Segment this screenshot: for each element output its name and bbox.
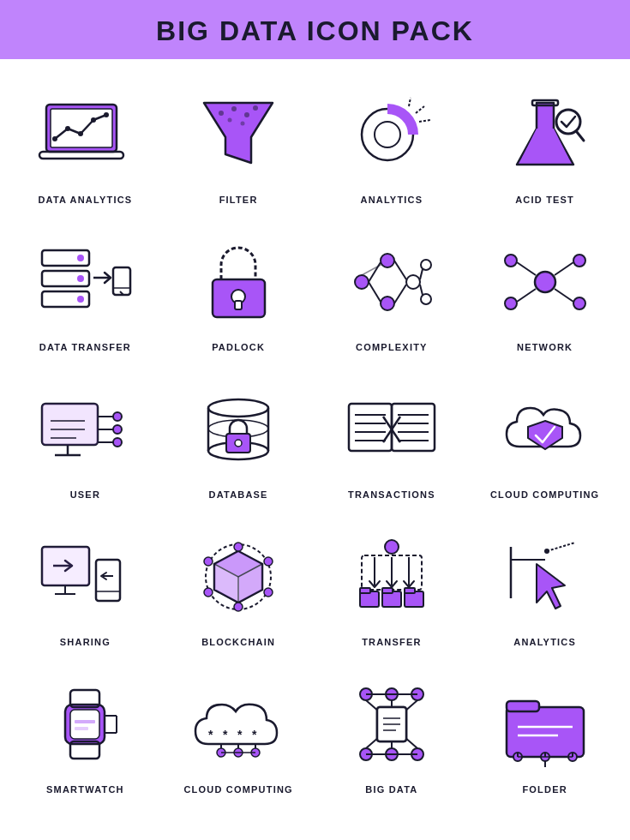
svg-line-24 [577,132,584,141]
svg-point-52 [505,255,517,267]
label-transfer: TRANSFER [362,637,422,647]
svg-point-54 [573,255,585,267]
icon-complexity: COMPLEXITY [315,215,469,363]
icon-transfer: TRANSFER [315,510,469,657]
svg-rect-135 [75,720,95,723]
svg-rect-32 [113,267,130,295]
icon-data-transfer: DATA TRANSFER [9,215,162,363]
svg-line-126 [547,543,575,551]
icon-database: DATABASE [162,363,315,510]
svg-point-38 [355,275,369,289]
svg-point-13 [228,118,232,123]
svg-rect-1 [51,109,112,147]
svg-rect-97 [96,560,120,601]
svg-point-110 [204,588,213,597]
svg-point-14 [241,122,245,126]
label-smartwatch: SMARTWATCH [46,784,124,795]
svg-point-11 [244,112,249,117]
svg-point-4 [65,126,70,131]
svg-rect-100 [42,547,89,585]
label-analytics: ANALYTICS [361,195,423,205]
icon-analytics2: ANALYTICS [468,510,621,657]
label-sharing: SHARING [60,637,111,647]
svg-rect-80 [349,404,392,451]
svg-point-55 [573,297,585,309]
svg-point-7 [104,112,109,117]
svg-line-47 [394,285,406,303]
icon-network: NETWORK [468,215,621,363]
svg-point-107 [264,557,273,566]
label-complexity: COMPLEXITY [356,342,428,352]
label-filter: FILTER [219,195,258,205]
icon-grid: DATA ANALYTICS FILTER [0,59,630,813]
svg-point-23 [556,110,580,134]
icon-sharing: SHARING [9,510,162,657]
svg-rect-37 [235,301,242,309]
icon-blockchain: BLOCKCHAIN [162,510,315,657]
svg-rect-170 [507,701,539,711]
svg-line-19 [409,98,411,106]
icon-cloud-computing: CLOUD COMPUTING [468,363,621,510]
icon-padlock: PADLOCK [162,215,315,363]
svg-point-79 [235,440,242,447]
label-folder: FOLDER [522,784,567,795]
svg-point-65 [113,412,122,421]
svg-line-57 [517,289,536,302]
label-cloud-computing: CLOUD COMPUTING [490,489,599,500]
header: BIG DATA ICON PACK [0,0,630,59]
icon-data-analytics: DATA ANALYTICS [9,68,162,215]
svg-line-56 [517,262,536,275]
svg-rect-169 [507,707,584,757]
svg-point-69 [113,438,122,447]
icon-cloud-computing2: * * * * CLOUD COMPUTING [162,657,315,805]
label-acid-test: ACID TEST [515,195,574,205]
svg-point-67 [113,425,122,434]
icon-transactions: TRANSACTIONS [315,363,469,510]
svg-marker-125 [537,564,565,609]
label-blockchain: BLOCKCHAIN [201,637,275,647]
svg-rect-81 [392,404,435,451]
svg-point-43 [421,294,431,304]
svg-point-26 [77,255,84,261]
label-analytics2: ANALYTICS [513,637,576,647]
svg-point-111 [204,557,213,566]
svg-point-3 [52,136,57,141]
svg-point-41 [406,275,420,289]
svg-line-45 [369,282,381,302]
svg-rect-136 [75,727,88,730]
icon-filter: FILTER [162,68,315,215]
svg-marker-92 [528,421,562,449]
svg-point-108 [264,588,273,597]
svg-point-28 [77,275,84,282]
label-transactions: TRANSACTIONS [348,489,435,500]
icon-user: USER [9,363,162,510]
svg-point-16 [375,122,400,147]
label-data-analytics: DATA ANALYTICS [38,195,132,205]
svg-point-40 [381,297,394,310]
label-data-transfer: DATA TRANSFER [39,342,131,352]
svg-point-42 [421,260,431,270]
svg-rect-118 [360,588,370,593]
svg-point-112 [385,540,399,554]
svg-rect-120 [382,588,393,593]
icon-acid-test: ACID TEST [468,68,621,215]
svg-line-17 [416,106,424,113]
svg-text:*: * [237,728,243,741]
svg-point-5 [78,131,83,136]
svg-point-106 [234,543,243,551]
icon-big-data: BIG DATA [315,657,469,805]
svg-point-51 [535,272,555,292]
label-database: DATABASE [209,489,268,500]
svg-point-9 [219,111,224,116]
svg-line-49 [420,285,423,295]
svg-point-53 [505,297,517,309]
svg-rect-61 [42,404,98,445]
svg-text:*: * [252,728,257,741]
label-padlock: PADLOCK [212,342,265,352]
svg-point-127 [544,549,549,554]
label-big-data: BIG DATA [365,784,417,795]
svg-line-59 [555,289,573,302]
svg-line-18 [419,120,430,122]
label-cloud-computing2: CLOUD COMPUTING [183,784,292,795]
svg-line-46 [394,261,406,279]
